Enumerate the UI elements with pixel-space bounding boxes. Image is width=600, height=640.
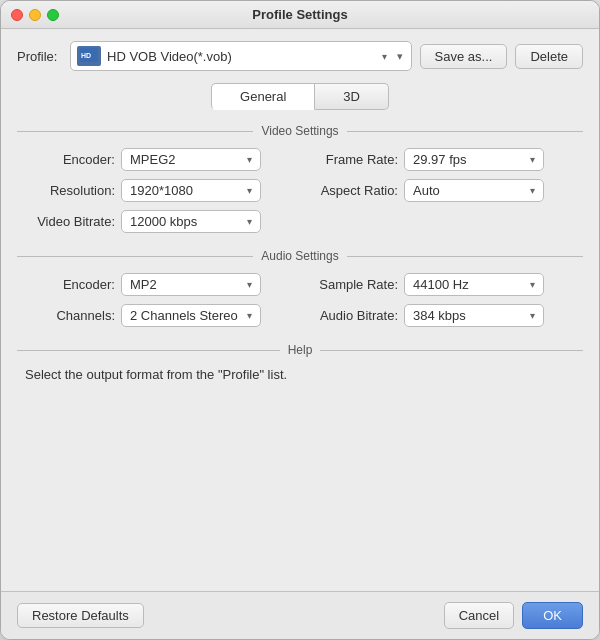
video-settings-header: Video Settings	[17, 124, 583, 138]
audio-encoder-dropdown[interactable]: MP2 ▾	[121, 273, 261, 296]
framerate-arrow: ▾	[530, 154, 535, 165]
resolution-label: Resolution:	[25, 183, 115, 198]
video-bitrate-label: Video Bitrate:	[25, 214, 115, 229]
framerate-row: Frame Rate: 29.97 fps ▾	[308, 148, 575, 171]
framerate-label: Frame Rate:	[308, 152, 398, 167]
audio-form-grid: Encoder: MP2 ▾ Sample Rate: 44100 Hz ▾	[17, 273, 583, 327]
help-title: Help	[288, 343, 313, 357]
audio-encoder-arrow: ▾	[247, 279, 252, 290]
video-header-line-left	[17, 131, 253, 132]
resolution-row: Resolution: 1920*1080 ▾	[25, 179, 292, 202]
audio-encoder-value: MP2	[130, 277, 157, 292]
title-bar: Profile Settings	[1, 1, 599, 29]
svg-text:HD: HD	[81, 52, 91, 59]
traffic-lights	[11, 9, 59, 21]
main-window: Profile Settings Profile: HD HD VOB Vide…	[0, 0, 600, 640]
audio-bitrate-label: Audio Bitrate:	[308, 308, 398, 323]
cancel-button[interactable]: Cancel	[444, 602, 514, 629]
encoder-dropdown[interactable]: MPEG2 ▾	[121, 148, 261, 171]
profile-row: Profile: HD HD VOB Video(*.vob) ▾ Save a…	[17, 41, 583, 71]
window-title: Profile Settings	[252, 7, 347, 22]
restore-defaults-button[interactable]: Restore Defaults	[17, 603, 144, 628]
aspect-ratio-dropdown[interactable]: Auto ▾	[404, 179, 544, 202]
tab-3d[interactable]: 3D	[315, 83, 389, 110]
ok-button[interactable]: OK	[522, 602, 583, 629]
aspect-ratio-row: Aspect Ratio: Auto ▾	[308, 179, 575, 202]
aspect-ratio-arrow: ▾	[530, 185, 535, 196]
sample-rate-value: 44100 Hz	[413, 277, 469, 292]
encoder-arrow: ▾	[247, 154, 252, 165]
channels-value: 2 Channels Stereo	[130, 308, 238, 323]
framerate-dropdown[interactable]: 29.97 fps ▾	[404, 148, 544, 171]
video-form-grid: Encoder: MPEG2 ▾ Frame Rate: 29.97 fps ▾	[17, 148, 583, 233]
help-text: Select the output format from the "Profi…	[17, 367, 583, 382]
sample-rate-dropdown[interactable]: 44100 Hz ▾	[404, 273, 544, 296]
sample-rate-label: Sample Rate:	[308, 277, 398, 292]
audio-bitrate-row: Audio Bitrate: 384 kbps ▾	[308, 304, 575, 327]
audio-bitrate-value: 384 kbps	[413, 308, 466, 323]
audio-encoder-label: Encoder:	[25, 277, 115, 292]
profile-dropdown[interactable]: HD HD VOB Video(*.vob) ▾	[70, 41, 412, 71]
video-settings-title: Video Settings	[261, 124, 338, 138]
aspect-ratio-value: Auto	[413, 183, 440, 198]
resolution-arrow: ▾	[247, 185, 252, 196]
video-bitrate-dropdown[interactable]: 12000 kbps ▾	[121, 210, 261, 233]
aspect-ratio-label: Aspect Ratio:	[308, 183, 398, 198]
audio-header-line-right	[347, 256, 583, 257]
maximize-button[interactable]	[47, 9, 59, 21]
audio-header-line-left	[17, 256, 253, 257]
audio-settings-section: Audio Settings Encoder: MP2 ▾ Sample Rat…	[17, 249, 583, 327]
profile-icon: HD	[77, 46, 101, 66]
help-header-line-left	[17, 350, 280, 351]
profile-dropdown-arrow: ▾	[382, 51, 387, 62]
audio-bitrate-arrow: ▾	[530, 310, 535, 321]
help-section: Help Select the output format from the "…	[17, 343, 583, 571]
close-button[interactable]	[11, 9, 23, 21]
encoder-value: MPEG2	[130, 152, 176, 167]
video-bitrate-arrow: ▾	[247, 216, 252, 227]
resolution-value: 1920*1080	[130, 183, 193, 198]
framerate-value: 29.97 fps	[413, 152, 467, 167]
video-header-line-right	[347, 131, 583, 132]
resolution-dropdown[interactable]: 1920*1080 ▾	[121, 179, 261, 202]
channels-dropdown[interactable]: 2 Channels Stereo ▾	[121, 304, 261, 327]
tab-general[interactable]: General	[211, 83, 315, 110]
bottom-right-buttons: Cancel OK	[444, 602, 583, 629]
sample-rate-row: Sample Rate: 44100 Hz ▾	[308, 273, 575, 296]
channels-arrow: ▾	[247, 310, 252, 321]
tabs-row: General 3D	[17, 83, 583, 110]
audio-settings-header: Audio Settings	[17, 249, 583, 263]
encoder-label: Encoder:	[25, 152, 115, 167]
profile-value: HD VOB Video(*.vob)	[107, 49, 370, 64]
video-bitrate-value: 12000 kbps	[130, 214, 197, 229]
audio-encoder-row: Encoder: MP2 ▾	[25, 273, 292, 296]
encoder-row: Encoder: MPEG2 ▾	[25, 148, 292, 171]
delete-button[interactable]: Delete	[515, 44, 583, 69]
channels-label: Channels:	[25, 308, 115, 323]
channels-row: Channels: 2 Channels Stereo ▾	[25, 304, 292, 327]
content-area: Profile: HD HD VOB Video(*.vob) ▾ Save a…	[1, 29, 599, 591]
video-bitrate-row: Video Bitrate: 12000 kbps ▾	[25, 210, 292, 233]
help-header-line-right	[320, 350, 583, 351]
video-settings-section: Video Settings Encoder: MPEG2 ▾ Frame Ra…	[17, 124, 583, 233]
bottom-bar: Restore Defaults Cancel OK	[1, 591, 599, 639]
profile-label: Profile:	[17, 49, 62, 64]
sample-rate-arrow: ▾	[530, 279, 535, 290]
minimize-button[interactable]	[29, 9, 41, 21]
audio-settings-title: Audio Settings	[261, 249, 338, 263]
audio-bitrate-dropdown[interactable]: 384 kbps ▾	[404, 304, 544, 327]
help-header: Help	[17, 343, 583, 357]
save-as-button[interactable]: Save as...	[420, 44, 508, 69]
